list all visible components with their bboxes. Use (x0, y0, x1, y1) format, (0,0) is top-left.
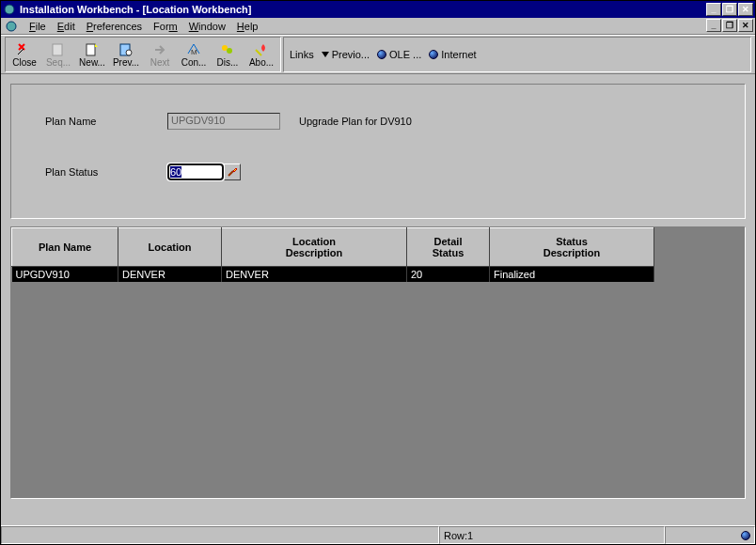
dropdown-arrow-icon (322, 52, 329, 57)
mdi-close-button[interactable]: ✕ (738, 19, 753, 32)
internet-icon (429, 50, 438, 59)
grid-panel: Plan Name Location LocationDescription D… (10, 226, 746, 499)
seq-button: Seq... (41, 38, 75, 71)
cell-detail-status[interactable]: 20 (407, 267, 490, 282)
svg-point-8 (227, 48, 232, 54)
plan-status-lookup-button[interactable] (224, 164, 241, 180)
flashlight-icon (227, 166, 238, 178)
links-label: Links (290, 49, 314, 60)
menubar: File Edit Preferences Form Window Help _… (1, 18, 755, 35)
dis-button[interactable]: Dis... (211, 38, 244, 71)
table-row[interactable]: UPGDV910 DENVER DENVER 20 Finalized (12, 267, 654, 282)
minimize-button[interactable]: _ (706, 3, 721, 16)
maximize-button[interactable]: ❐ (722, 3, 737, 16)
plan-desc-text: Upgrade Plan for DV910 (299, 116, 412, 127)
prev-icon (118, 42, 134, 57)
toolbar: Close Seq... New... Prev... (1, 35, 755, 74)
doc-icon (5, 20, 18, 33)
dis-icon (220, 42, 235, 57)
svg-text:M: M (191, 48, 197, 56)
svg-rect-2 (53, 44, 62, 55)
content-area: Plan Name UPGDV910 Upgrade Plan for DV91… (1, 74, 755, 525)
close-icon (17, 42, 32, 57)
plan-status-label: Plan Status (45, 166, 167, 178)
abo-icon (254, 42, 269, 57)
menu-edit[interactable]: Edit (52, 21, 81, 32)
menu-help[interactable]: Help (231, 21, 264, 32)
cell-plan-name[interactable]: UPGDV910 (12, 267, 118, 282)
prev-button[interactable]: Prev... (109, 38, 143, 71)
plan-status-input[interactable] (167, 164, 224, 180)
statusbar: Row:1 (1, 525, 755, 544)
col-location[interactable]: Location (118, 228, 222, 267)
col-detail-status[interactable]: DetailStatus (407, 228, 490, 267)
app-icon (3, 3, 16, 16)
status-cell-3 (665, 526, 755, 544)
titlebar: Installation Workbench - [Location Workb… (1, 1, 755, 18)
menu-preferences[interactable]: Preferences (81, 21, 148, 32)
next-button: Next (143, 38, 177, 71)
svg-point-1 (7, 22, 16, 31)
window-title: Installation Workbench - [Location Workb… (20, 4, 706, 15)
globe-icon (741, 531, 750, 540)
links-bar: Links Previo... OLE ... Internet (283, 37, 751, 72)
con-button[interactable]: M Con... (177, 38, 211, 71)
status-cell-1 (1, 526, 439, 544)
status-row-indicator: Row:1 (439, 526, 665, 544)
menu-form[interactable]: Form (148, 21, 183, 32)
close-window-button[interactable]: ✕ (738, 3, 753, 16)
link-internet[interactable]: Internet (429, 49, 476, 60)
menu-window[interactable]: Window (183, 21, 231, 32)
data-grid[interactable]: Plan Name Location LocationDescription D… (11, 227, 654, 282)
cell-location-desc[interactable]: DENVER (222, 267, 407, 282)
next-arrow-icon (152, 42, 167, 57)
link-ole[interactable]: OLE ... (377, 49, 421, 60)
ole-icon (377, 50, 386, 59)
svg-point-5 (126, 50, 132, 55)
app-window: Installation Workbench - [Location Workb… (0, 0, 756, 545)
grid-empty-area (11, 282, 745, 499)
mdi-minimize-button[interactable]: _ (706, 19, 721, 32)
cell-location[interactable]: DENVER (118, 267, 222, 282)
form-panel: Plan Name UPGDV910 Upgrade Plan for DV91… (10, 84, 746, 219)
svg-rect-3 (87, 44, 95, 55)
seq-icon (51, 42, 66, 57)
close-button[interactable]: Close (8, 38, 41, 71)
con-icon: M (186, 42, 201, 57)
col-status-desc[interactable]: StatusDescription (490, 228, 654, 267)
abo-button[interactable]: Abo... (244, 38, 278, 71)
toolbar-group-main: Close Seq... New... Prev... (5, 37, 281, 72)
new-button[interactable]: New... (75, 38, 109, 71)
col-plan-name[interactable]: Plan Name (12, 228, 118, 267)
grid-header-row: Plan Name Location LocationDescription D… (12, 228, 654, 267)
new-icon (85, 42, 100, 57)
links-dropdown[interactable]: Previo... (322, 49, 370, 60)
plan-name-label: Plan Name (45, 116, 167, 127)
cell-status-desc[interactable]: Finalized (490, 267, 654, 282)
plan-name-field: UPGDV910 (167, 113, 280, 130)
menu-file[interactable]: File (24, 21, 52, 32)
svg-point-0 (5, 5, 14, 14)
mdi-restore-button[interactable]: ❐ (722, 19, 737, 32)
col-location-desc[interactable]: LocationDescription (222, 228, 407, 267)
svg-point-7 (222, 45, 228, 51)
